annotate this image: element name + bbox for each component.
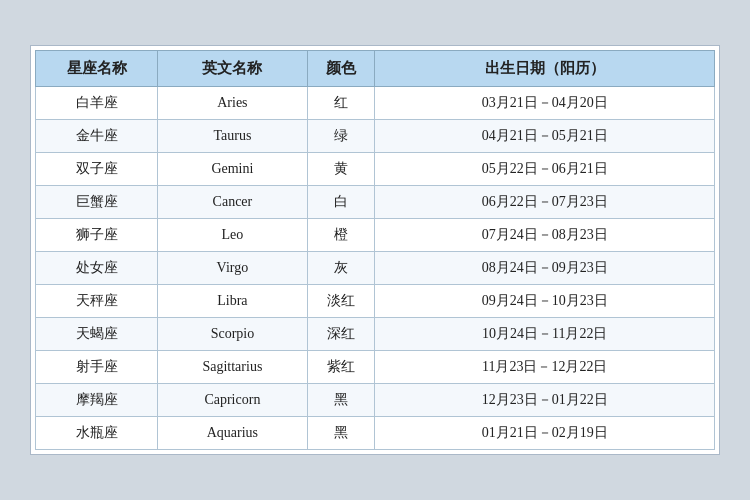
cell-zh-name: 狮子座 [36,219,158,252]
cell-date: 08月24日－09月23日 [375,252,715,285]
table-header-row: 星座名称 英文名称 颜色 出生日期（阳历） [36,51,715,87]
cell-zh-name: 摩羯座 [36,384,158,417]
cell-en-name: Sagittarius [158,351,307,384]
cell-color: 黑 [307,417,375,450]
header-zh-name: 星座名称 [36,51,158,87]
cell-zh-name: 白羊座 [36,87,158,120]
cell-date: 03月21日－04月20日 [375,87,715,120]
cell-en-name: Virgo [158,252,307,285]
cell-color: 紫红 [307,351,375,384]
cell-zh-name: 双子座 [36,153,158,186]
cell-color: 深红 [307,318,375,351]
cell-en-name: Gemini [158,153,307,186]
header-color: 颜色 [307,51,375,87]
cell-color: 红 [307,87,375,120]
cell-date: 11月23日－12月22日 [375,351,715,384]
cell-date: 06月22日－07月23日 [375,186,715,219]
cell-zh-name: 天蝎座 [36,318,158,351]
table-row: 白羊座Aries红03月21日－04月20日 [36,87,715,120]
cell-en-name: Cancer [158,186,307,219]
table-row: 狮子座Leo橙07月24日－08月23日 [36,219,715,252]
cell-en-name: Aries [158,87,307,120]
cell-zh-name: 天秤座 [36,285,158,318]
zodiac-table: 星座名称 英文名称 颜色 出生日期（阳历） 白羊座Aries红03月21日－04… [35,50,715,450]
cell-color: 淡红 [307,285,375,318]
table-row: 双子座Gemini黄05月22日－06月21日 [36,153,715,186]
cell-color: 黄 [307,153,375,186]
cell-zh-name: 金牛座 [36,120,158,153]
cell-color: 白 [307,186,375,219]
cell-zh-name: 巨蟹座 [36,186,158,219]
table-row: 天蝎座Scorpio深红10月24日－11月22日 [36,318,715,351]
cell-color: 绿 [307,120,375,153]
cell-zh-name: 水瓶座 [36,417,158,450]
cell-en-name: Taurus [158,120,307,153]
table-row: 射手座Sagittarius紫红11月23日－12月22日 [36,351,715,384]
cell-en-name: Capricorn [158,384,307,417]
table-row: 水瓶座Aquarius黑01月21日－02月19日 [36,417,715,450]
header-en-name: 英文名称 [158,51,307,87]
table-row: 巨蟹座Cancer白06月22日－07月23日 [36,186,715,219]
cell-color: 黑 [307,384,375,417]
cell-date: 10月24日－11月22日 [375,318,715,351]
zodiac-table-container: 星座名称 英文名称 颜色 出生日期（阳历） 白羊座Aries红03月21日－04… [30,45,720,455]
cell-zh-name: 处女座 [36,252,158,285]
table-row: 摩羯座Capricorn黑12月23日－01月22日 [36,384,715,417]
table-row: 天秤座Libra淡红09月24日－10月23日 [36,285,715,318]
cell-color: 灰 [307,252,375,285]
cell-en-name: Leo [158,219,307,252]
cell-color: 橙 [307,219,375,252]
cell-en-name: Aquarius [158,417,307,450]
cell-en-name: Libra [158,285,307,318]
header-date: 出生日期（阳历） [375,51,715,87]
cell-zh-name: 射手座 [36,351,158,384]
cell-date: 04月21日－05月21日 [375,120,715,153]
cell-date: 07月24日－08月23日 [375,219,715,252]
table-row: 金牛座Taurus绿04月21日－05月21日 [36,120,715,153]
cell-date: 09月24日－10月23日 [375,285,715,318]
cell-date: 01月21日－02月19日 [375,417,715,450]
cell-en-name: Scorpio [158,318,307,351]
cell-date: 05月22日－06月21日 [375,153,715,186]
cell-date: 12月23日－01月22日 [375,384,715,417]
table-row: 处女座Virgo灰08月24日－09月23日 [36,252,715,285]
